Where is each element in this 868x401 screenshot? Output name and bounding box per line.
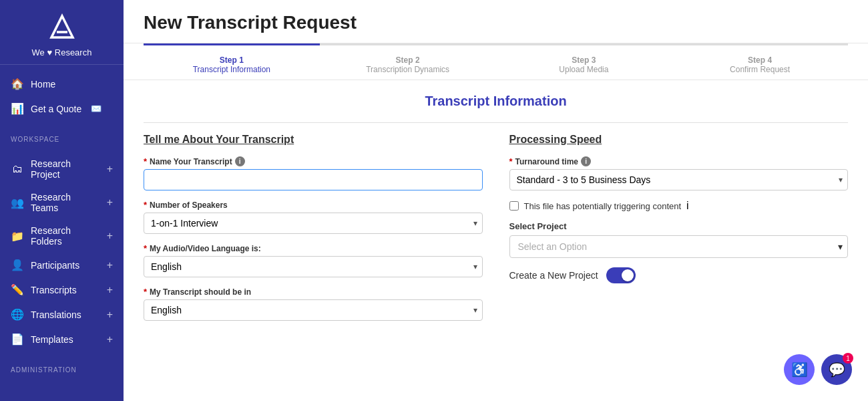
plus-icon-3[interactable]: +	[107, 230, 113, 242]
transcript-lang-label-text: My Transcript should be in	[150, 287, 251, 297]
step-2-num: Step 2	[396, 55, 420, 65]
plus-icon-5[interactable]: +	[107, 284, 113, 296]
speakers-label-text: Number of Speakers	[150, 200, 228, 210]
sidebar-item-participants-label: Participants	[31, 260, 79, 271]
plus-icon-7[interactable]: +	[107, 333, 113, 346]
research-project-icon: 🗂	[11, 163, 24, 175]
sidebar-item-research-folders-label: Research Folders	[31, 225, 100, 247]
triggering-content-checkbox[interactable]	[509, 201, 519, 211]
required-star-2: *	[144, 200, 147, 210]
sidebar-item-templates[interactable]: 📄 Templates +	[0, 327, 124, 352]
step-2-label: Transcription Dynamics	[366, 65, 449, 74]
step-3-num: Step 3	[572, 55, 596, 65]
audio-lang-group: * My Audio/Video Language is: English Sp…	[144, 243, 483, 277]
step-3[interactable]: Step 3 Upload Media	[496, 43, 672, 80]
svg-marker-0	[51, 16, 73, 37]
page-header: New Transcript Request	[124, 0, 868, 43]
turnaround-select[interactable]: Standard - 3 to 5 Business Days Rush - 1…	[509, 169, 849, 190]
plus-icon-2[interactable]: +	[107, 196, 113, 209]
step-3-label: Upload Media	[559, 65, 608, 74]
transcript-lang-label: * My Transcript should be in	[144, 287, 483, 297]
new-project-toggle[interactable]	[606, 267, 636, 283]
toggle-slider	[606, 267, 636, 283]
name-label-text: Name Your Transcript	[150, 157, 232, 166]
step-1-bar	[144, 43, 320, 45]
form-area: Transcript Information Tell me About You…	[124, 80, 868, 401]
transcript-info-title: Transcript Information	[144, 94, 848, 109]
form-columns: Tell me About Your Transcript * Name You…	[144, 134, 848, 330]
step-2[interactable]: Step 2 Transcription Dynamics	[320, 43, 496, 80]
sidebar-item-research-teams-label: Research Teams	[31, 192, 100, 213]
sidebar-item-research-project-label: Research Project	[31, 158, 100, 180]
main-content: New Transcript Request Step 1 Transcript…	[124, 0, 868, 401]
speakers-group: * Number of Speakers 1-on-1 Interview Gr…	[144, 200, 483, 234]
plus-icon-6[interactable]: +	[107, 309, 113, 321]
name-transcript-input[interactable]	[144, 169, 483, 190]
triggering-info-icon[interactable]: i	[686, 200, 689, 212]
transcript-lang-select[interactable]: English Spanish French	[144, 299, 483, 321]
transcript-lang-select-wrapper: English Spanish French ▾	[144, 299, 483, 321]
sidebar-item-transcripts-label: Transcripts	[31, 285, 77, 295]
research-teams-icon: 👥	[11, 196, 24, 209]
speakers-label: * Number of Speakers	[144, 200, 483, 210]
chat-button[interactable]: 💬 1	[821, 354, 852, 385]
transcript-lang-group: * My Transcript should be in English Spa…	[144, 287, 483, 321]
quote-icon: 📊	[11, 102, 24, 115]
logo-icon	[46, 12, 78, 44]
sidebar-item-quote-label: Get a Quote	[31, 104, 81, 114]
project-select-wrapper: Select an Option ▾	[509, 235, 849, 258]
required-star-5: *	[509, 156, 513, 166]
name-info-icon[interactable]: i	[235, 156, 245, 166]
sidebar-item-research-teams[interactable]: 👥 Research Teams +	[0, 186, 124, 219]
floating-buttons: ♿ 💬 1	[784, 354, 852, 385]
turnaround-group: * Turnaround time i Standard - 3 to 5 Bu…	[509, 156, 849, 190]
select-project-label: Select Project	[509, 221, 849, 231]
required-star-4: *	[144, 287, 147, 297]
sidebar-workspace-nav: 🗂 Research Project + 👥 Research Teams + …	[0, 146, 124, 358]
plus-icon-4[interactable]: +	[107, 259, 113, 271]
sidebar-item-home[interactable]: 🏠 Home	[0, 72, 124, 96]
triggering-content-label: This file has potentially triggering con…	[524, 201, 682, 211]
step-1-num: Step 1	[220, 55, 244, 65]
audio-lang-select-wrapper: English Spanish French ▾	[144, 256, 483, 277]
audio-lang-label-text: My Audio/Video Language is:	[150, 244, 261, 253]
transcripts-icon: ✏️	[11, 283, 24, 296]
home-icon: 🏠	[11, 78, 24, 90]
sidebar-tagline: We ♥ Research	[32, 47, 92, 57]
project-select[interactable]: Select an Option	[509, 235, 849, 258]
name-transcript-group: * Name Your Transcript i	[144, 156, 483, 190]
plus-icon[interactable]: +	[107, 163, 113, 175]
left-column: Tell me About Your Transcript * Name You…	[144, 134, 483, 330]
accessibility-icon: ♿	[791, 362, 808, 378]
sidebar-item-participants[interactable]: 👤 Participants +	[0, 253, 124, 277]
divider	[144, 122, 848, 123]
triggering-content-row: This file has potentially triggering con…	[509, 200, 849, 212]
sidebar-item-research-folders[interactable]: 📁 Research Folders +	[0, 219, 124, 253]
required-star-3: *	[144, 243, 147, 253]
sidebar-item-research-project[interactable]: 🗂 Research Project +	[0, 152, 124, 186]
sidebar-item-get-a-quote[interactable]: 📊 Get a Quote ✉️	[0, 96, 124, 121]
sidebar-item-transcripts[interactable]: ✏️ Transcripts +	[0, 277, 124, 302]
sidebar-item-templates-label: Templates	[31, 334, 73, 345]
tell-me-title: Tell me About Your Transcript	[144, 134, 483, 146]
workspace-label: WORKSPACE	[0, 128, 124, 146]
new-project-label: Create a New Project	[509, 270, 598, 281]
translations-icon: 🌐	[11, 308, 24, 321]
step-4-num: Step 4	[748, 55, 772, 65]
templates-icon: 📄	[11, 333, 24, 346]
turnaround-info-icon[interactable]: i	[581, 156, 591, 166]
step-4-bar	[672, 43, 848, 45]
name-transcript-label: * Name Your Transcript i	[144, 156, 483, 166]
audio-lang-select[interactable]: English Spanish French	[144, 256, 483, 277]
research-folders-icon: 📁	[11, 230, 24, 243]
stepper: Step 1 Transcript Information Step 2 Tra…	[124, 43, 868, 80]
step-1[interactable]: Step 1 Transcript Information	[144, 43, 320, 80]
accessibility-button[interactable]: ♿	[784, 354, 815, 385]
sidebar-item-translations[interactable]: 🌐 Translations +	[0, 302, 124, 327]
chat-icon: 💬	[829, 362, 845, 378]
required-star: *	[144, 156, 147, 166]
speakers-select[interactable]: 1-on-1 Interview Group (3-6 speakers) La…	[144, 213, 483, 234]
sidebar: We ♥ Research 🏠 Home 📊 Get a Quote ✉️ WO…	[0, 0, 124, 401]
step-3-bar	[496, 43, 672, 45]
step-4[interactable]: Step 4 Confirm Request	[672, 43, 848, 80]
